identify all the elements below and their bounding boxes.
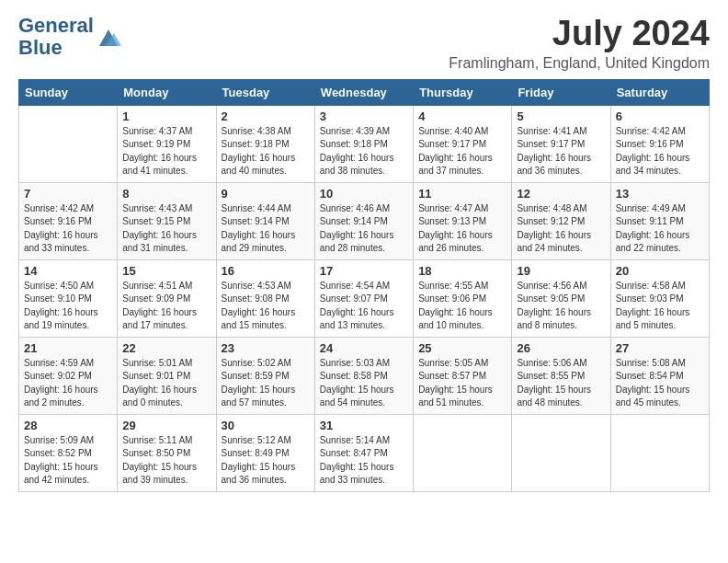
day-info: Sunrise: 4:49 AMSunset: 9:11 PMDaylight:… <box>616 202 704 256</box>
day-number: 11 <box>418 187 506 201</box>
logo-text: General Blue <box>18 15 94 59</box>
calendar-cell: 31Sunrise: 5:14 AMSunset: 8:47 PMDayligh… <box>314 414 413 491</box>
day-info: Sunrise: 4:55 AMSunset: 9:06 PMDaylight:… <box>418 280 506 333</box>
day-info: Sunrise: 5:03 AMSunset: 8:58 PMDaylight:… <box>320 357 408 410</box>
calendar-cell: 22Sunrise: 5:01 AMSunset: 9:01 PMDayligh… <box>118 337 216 414</box>
calendar-cell: 16Sunrise: 4:53 AMSunset: 9:08 PMDayligh… <box>216 259 314 337</box>
day-info: Sunrise: 4:44 AMSunset: 9:14 PMDaylight:… <box>222 202 310 256</box>
day-number: 17 <box>320 264 408 278</box>
day-info: Sunrise: 4:40 AMSunset: 9:17 PMDaylight:… <box>418 125 506 178</box>
calendar-cell <box>414 414 512 491</box>
day-info: Sunrise: 5:05 AMSunset: 8:57 PMDaylight:… <box>418 357 506 410</box>
calendar-cell: 24Sunrise: 5:03 AMSunset: 8:58 PMDayligh… <box>314 337 413 414</box>
calendar-cell: 20Sunrise: 4:58 AMSunset: 9:03 PMDayligh… <box>610 259 709 337</box>
calendar-cell <box>512 414 610 491</box>
day-number: 5 <box>517 109 605 123</box>
day-info: Sunrise: 4:54 AMSunset: 9:07 PMDaylight:… <box>320 280 408 333</box>
weekday-header-tuesday: Tuesday <box>216 79 314 105</box>
weekday-header-saturday: Saturday <box>610 79 709 105</box>
calendar-cell: 9Sunrise: 4:44 AMSunset: 9:14 PMDaylight… <box>216 182 314 259</box>
logo-icon <box>96 24 121 50</box>
calendar-table: SundayMondayTuesdayWednesdayThursdayFrid… <box>18 79 710 492</box>
calendar-cell: 27Sunrise: 5:08 AMSunset: 8:54 PMDayligh… <box>610 337 709 414</box>
day-info: Sunrise: 5:02 AMSunset: 8:59 PMDaylight:… <box>222 357 310 410</box>
day-info: Sunrise: 4:38 AMSunset: 9:18 PMDaylight:… <box>222 125 310 178</box>
day-info: Sunrise: 4:39 AMSunset: 9:18 PMDaylight:… <box>320 125 408 178</box>
day-info: Sunrise: 5:14 AMSunset: 8:47 PMDaylight:… <box>320 434 408 488</box>
day-info: Sunrise: 5:12 AMSunset: 8:49 PMDaylight:… <box>222 434 310 488</box>
calendar-cell: 7Sunrise: 4:42 AMSunset: 9:16 PMDaylight… <box>19 182 118 259</box>
day-number: 29 <box>122 419 210 432</box>
calendar-cell: 28Sunrise: 5:09 AMSunset: 8:52 PMDayligh… <box>19 414 118 491</box>
day-number: 18 <box>418 264 506 278</box>
day-number: 31 <box>320 419 408 432</box>
calendar-cell: 21Sunrise: 4:59 AMSunset: 9:02 PMDayligh… <box>19 337 118 414</box>
day-info: Sunrise: 4:48 AMSunset: 9:12 PMDaylight:… <box>517 202 605 256</box>
calendar-cell: 6Sunrise: 4:42 AMSunset: 9:16 PMDaylight… <box>610 105 709 182</box>
day-info: Sunrise: 5:09 AMSunset: 8:52 PMDaylight:… <box>24 434 112 488</box>
day-info: Sunrise: 5:06 AMSunset: 8:55 PMDaylight:… <box>517 357 605 410</box>
day-info: Sunrise: 4:53 AMSunset: 9:08 PMDaylight:… <box>222 280 310 333</box>
calendar-cell: 2Sunrise: 4:38 AMSunset: 9:18 PMDaylight… <box>216 105 314 182</box>
calendar-cell: 5Sunrise: 4:41 AMSunset: 9:17 PMDaylight… <box>512 105 610 182</box>
header: General Blue July 2024 Framlingham, Engl… <box>18 15 710 72</box>
calendar-cell: 18Sunrise: 4:55 AMSunset: 9:06 PMDayligh… <box>414 259 512 337</box>
calendar-cell: 25Sunrise: 5:05 AMSunset: 8:57 PMDayligh… <box>414 337 512 414</box>
day-number: 27 <box>616 341 704 355</box>
day-number: 15 <box>122 264 210 278</box>
title-block: July 2024 Framlingham, England, United K… <box>449 15 710 72</box>
day-number: 30 <box>222 419 310 432</box>
calendar-cell: 30Sunrise: 5:12 AMSunset: 8:49 PMDayligh… <box>216 414 314 491</box>
day-number: 25 <box>418 341 506 355</box>
calendar-cell: 23Sunrise: 5:02 AMSunset: 8:59 PMDayligh… <box>216 337 314 414</box>
calendar-cell: 12Sunrise: 4:48 AMSunset: 9:12 PMDayligh… <box>512 182 610 259</box>
day-info: Sunrise: 4:42 AMSunset: 9:16 PMDaylight:… <box>616 125 704 178</box>
day-info: Sunrise: 4:42 AMSunset: 9:16 PMDaylight:… <box>24 202 112 256</box>
day-info: Sunrise: 4:59 AMSunset: 9:02 PMDaylight:… <box>24 357 112 410</box>
week-row-2: 7Sunrise: 4:42 AMSunset: 9:16 PMDaylight… <box>19 182 710 259</box>
day-number: 1 <box>122 109 210 123</box>
day-number: 28 <box>24 419 112 432</box>
day-number: 8 <box>122 187 210 201</box>
calendar-cell: 14Sunrise: 4:50 AMSunset: 9:10 PMDayligh… <box>19 259 118 337</box>
calendar-cell: 15Sunrise: 4:51 AMSunset: 9:09 PMDayligh… <box>118 259 216 337</box>
calendar-cell: 3Sunrise: 4:39 AMSunset: 9:18 PMDaylight… <box>314 105 413 182</box>
day-number: 24 <box>320 341 408 355</box>
week-row-5: 28Sunrise: 5:09 AMSunset: 8:52 PMDayligh… <box>19 414 710 491</box>
day-info: Sunrise: 4:58 AMSunset: 9:03 PMDaylight:… <box>616 280 704 333</box>
day-number: 21 <box>24 341 112 355</box>
day-number: 20 <box>616 264 704 278</box>
week-row-4: 21Sunrise: 4:59 AMSunset: 9:02 PMDayligh… <box>19 337 710 414</box>
day-info: Sunrise: 4:43 AMSunset: 9:15 PMDaylight:… <box>122 202 210 256</box>
calendar-cell: 17Sunrise: 4:54 AMSunset: 9:07 PMDayligh… <box>314 259 413 337</box>
calendar-cell: 10Sunrise: 4:46 AMSunset: 9:14 PMDayligh… <box>314 182 413 259</box>
day-info: Sunrise: 4:46 AMSunset: 9:14 PMDaylight:… <box>320 202 408 256</box>
day-info: Sunrise: 5:08 AMSunset: 8:54 PMDaylight:… <box>616 357 704 410</box>
day-number: 9 <box>222 187 310 201</box>
day-number: 23 <box>222 341 310 355</box>
day-number: 14 <box>24 264 112 278</box>
calendar-cell: 4Sunrise: 4:40 AMSunset: 9:17 PMDaylight… <box>414 105 512 182</box>
weekday-header-monday: Monday <box>118 79 216 105</box>
day-number: 26 <box>517 341 605 355</box>
calendar-cell: 11Sunrise: 4:47 AMSunset: 9:13 PMDayligh… <box>414 182 512 259</box>
calendar-cell: 29Sunrise: 5:11 AMSunset: 8:50 PMDayligh… <box>118 414 216 491</box>
calendar-cell: 13Sunrise: 4:49 AMSunset: 9:11 PMDayligh… <box>610 182 709 259</box>
day-info: Sunrise: 4:41 AMSunset: 9:17 PMDaylight:… <box>517 125 605 178</box>
day-number: 4 <box>418 109 506 123</box>
day-number: 2 <box>222 109 310 123</box>
calendar-cell: 8Sunrise: 4:43 AMSunset: 9:15 PMDaylight… <box>118 182 216 259</box>
logo: General Blue <box>18 15 121 59</box>
day-info: Sunrise: 4:47 AMSunset: 9:13 PMDaylight:… <box>418 202 506 256</box>
day-info: Sunrise: 4:50 AMSunset: 9:10 PMDaylight:… <box>24 280 112 333</box>
week-row-3: 14Sunrise: 4:50 AMSunset: 9:10 PMDayligh… <box>19 259 710 337</box>
calendar-cell: 26Sunrise: 5:06 AMSunset: 8:55 PMDayligh… <box>512 337 610 414</box>
subtitle: Framlingham, England, United Kingdom <box>449 55 710 72</box>
weekday-header-sunday: Sunday <box>19 79 118 105</box>
day-info: Sunrise: 4:37 AMSunset: 9:19 PMDaylight:… <box>122 125 210 178</box>
weekday-header-friday: Friday <box>512 79 610 105</box>
day-info: Sunrise: 4:56 AMSunset: 9:05 PMDaylight:… <box>517 280 605 333</box>
day-number: 12 <box>517 187 605 201</box>
calendar-cell: 19Sunrise: 4:56 AMSunset: 9:05 PMDayligh… <box>512 259 610 337</box>
day-info: Sunrise: 5:11 AMSunset: 8:50 PMDaylight:… <box>122 434 210 488</box>
